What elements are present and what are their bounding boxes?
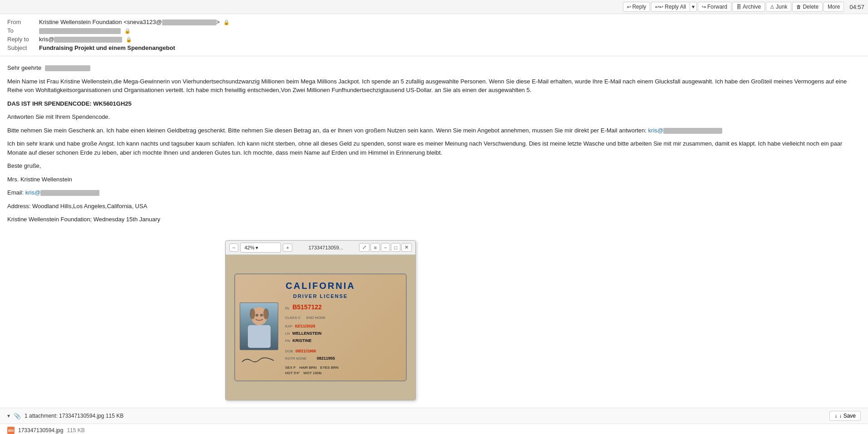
svg-point-5 <box>260 314 263 317</box>
id-rstr-row: RSTR NONE 08211955 <box>285 356 401 362</box>
zoom-out-button[interactable]: − <box>229 244 238 252</box>
attachment-filename[interactable]: 173347130594.jpg <box>18 427 63 434</box>
id-exp-value: 02/11/2026 <box>295 324 316 328</box>
id-height-row: HGT 5'4" WGT 192lb <box>285 371 401 376</box>
expand-icon: ⤢ <box>362 244 366 250</box>
sig-email: Email: kris@ <box>7 188 861 197</box>
delete-button[interactable]: 🗑 Delete <box>792 2 823 12</box>
sig-name: Mrs. Kristine Wellenstein <box>7 175 861 184</box>
to-redacted <box>39 28 121 34</box>
id-num2: 08211955 <box>317 356 335 361</box>
viewer-close-button[interactable]: ✕ <box>401 243 412 252</box>
viewer-minimize-button[interactable]: − <box>381 243 390 252</box>
from-row: From Kristine Wellenstein Foundation <sn… <box>7 18 861 26</box>
more-button[interactable]: More <box>824 2 844 12</box>
subject-label: Subject <box>7 44 39 51</box>
subject-row: Subject Fundraising Projekt und einem Sp… <box>7 44 861 52</box>
minimize-icon: − <box>384 245 387 250</box>
id-ln-row: LN WELLENSTEIN <box>285 331 401 337</box>
attachment-count: 1 attachment: 173347130594.jpg 115 KB <box>25 413 123 419</box>
id-physical-row: SEX F HAIR BRN EYES BRN <box>285 365 401 371</box>
save-button[interactable]: ↓ ↓ Save <box>829 411 861 421</box>
attachment-size: 115 KB <box>67 427 84 434</box>
svg-point-7 <box>263 308 269 319</box>
attachment-bar: ▾ 📎 1 attachment: 173347130594.jpg 115 K… <box>0 408 868 424</box>
to-row: To 🔒 <box>7 26 861 35</box>
id-class-end: CLASS C END NONE <box>285 315 401 321</box>
image-viewer: − 42% ▾ + 17334713059... ⤢ <box>225 240 416 401</box>
id-dob-row: DOB 08/21/1966 <box>285 348 401 355</box>
sig-foundation: Kristine Wellenstein Foundation; Wednesd… <box>7 215 861 224</box>
body-para2: Antworten Sie mit Ihrem Spendencode. <box>7 112 861 122</box>
attachment-item: IMG 173347130594.jpg 115 KB <box>0 424 868 434</box>
id-dob-value: 08/21/1966 <box>296 349 316 353</box>
id-state: CALIFORNIA <box>240 279 401 293</box>
svg-point-6 <box>250 308 255 319</box>
viewer-restore-button[interactable]: □ <box>391 243 400 252</box>
zoom-display: 42% ▾ <box>240 243 281 253</box>
reply-all-button[interactable]: ↩↩ Reply All <box>651 2 690 12</box>
reply-all-icon: ↩↩ <box>655 4 663 10</box>
id-card: CALIFORNIA DRIVER LICENSE <box>234 273 407 382</box>
forward-icon: ↪ <box>702 4 706 10</box>
id-type: DRIVER LICENSE <box>240 293 401 300</box>
restore-icon: □ <box>394 245 397 250</box>
to-value: 🔒 <box>39 27 861 34</box>
reply-to-label: Reply to <box>7 36 39 43</box>
reply-email-link[interactable]: kris@ <box>648 127 663 134</box>
viewer-filename: 17334713059... <box>294 244 358 252</box>
expand-button[interactable]: ⤢ <box>359 243 370 252</box>
subject-value: Fundraising Projekt und einem Spendenang… <box>39 44 861 51</box>
body-para3: Bitte nehmen Sie mein Geschenk an. Ich h… <box>7 126 861 135</box>
id-signature-area <box>240 354 278 368</box>
zoom-in-button[interactable]: + <box>283 244 292 252</box>
id-dl-num: B5157122 <box>292 303 322 311</box>
id-photo-area <box>240 302 278 376</box>
viewer-window-controls: ⤢ ≡ − □ ✕ <box>359 243 412 252</box>
chevron-down-icon: ▾ <box>256 244 258 252</box>
save-icon: ↓ <box>834 413 837 419</box>
viewer-toolbar: − 42% ▾ + 17334713059... ⤢ <box>226 241 415 255</box>
viewer-menu-button[interactable]: ≡ <box>370 243 380 252</box>
forward-button[interactable]: ↪ Forward <box>698 2 731 12</box>
chevron-down-icon: ▾ <box>692 4 695 10</box>
image-viewer-wrapper: − 42% ▾ + 17334713059... ⤢ <box>225 236 416 401</box>
id-info: DL B5157122 CLASS C END NONE EXP 02/11/2… <box>283 302 401 376</box>
id-fn-row: FN KRISTINE <box>285 338 401 344</box>
sig-email-redacted <box>40 190 99 196</box>
close-icon: ✕ <box>404 244 409 250</box>
reply-all-dropdown[interactable]: ▾ <box>690 2 697 12</box>
reply-button[interactable]: ↩ Reply <box>623 2 651 12</box>
sig-address: Address: Woodland Hills,Los Angeles,Cali… <box>7 202 861 211</box>
attachment-toggle[interactable]: ▾ <box>7 413 10 419</box>
id-exp-row: EXP 02/11/2026 <box>285 323 401 330</box>
greeting-redacted <box>45 65 90 71</box>
email-body: Sehr geehrte Mein Name ist Frau Kristine… <box>0 56 868 408</box>
junk-button[interactable]: ⚠ Junk <box>766 2 791 12</box>
reply-icon: ↩ <box>627 4 631 10</box>
svg-rect-2 <box>248 325 271 348</box>
archive-button[interactable]: 🗄 Archive <box>732 2 765 12</box>
reply-all-group: ↩↩ Reply All ▾ <box>651 2 697 12</box>
id-ln-value: WELLENSTEIN <box>292 331 322 336</box>
id-card-header: CALIFORNIA DRIVER LICENSE <box>240 279 401 300</box>
attachment-thumbnail: IMG <box>7 427 15 434</box>
email-toolbar: ↩ Reply ↩↩ Reply All ▾ ↪ Forward 🗄 Archi… <box>0 0 868 14</box>
to-label: To <box>7 27 39 34</box>
zoom-in-icon: + <box>286 245 289 250</box>
email-header: From Kristine Wellenstein Foundation <sn… <box>0 14 868 56</box>
from-redacted <box>162 20 217 25</box>
closing: Beste gruße, <box>7 161 861 171</box>
id-fn-value: KRISTINE <box>292 338 311 343</box>
donate-code: DAS IST IHR SPENDENCODE: WK5601GH25 <box>7 99 861 108</box>
archive-icon: 🗄 <box>736 4 741 10</box>
para3-redacted <box>663 128 722 134</box>
sig-email-link[interactable]: kris@ <box>25 189 40 196</box>
greeting-line: Sehr geehrte <box>7 63 861 73</box>
zoom-out-icon: − <box>232 245 235 250</box>
to-shield-icon: 🔒 <box>124 28 131 34</box>
viewer-image-area: CALIFORNIA DRIVER LICENSE <box>226 255 415 400</box>
menu-icon: ≡ <box>374 245 376 250</box>
id-photo <box>240 302 278 350</box>
reply-to-redacted <box>54 37 122 43</box>
